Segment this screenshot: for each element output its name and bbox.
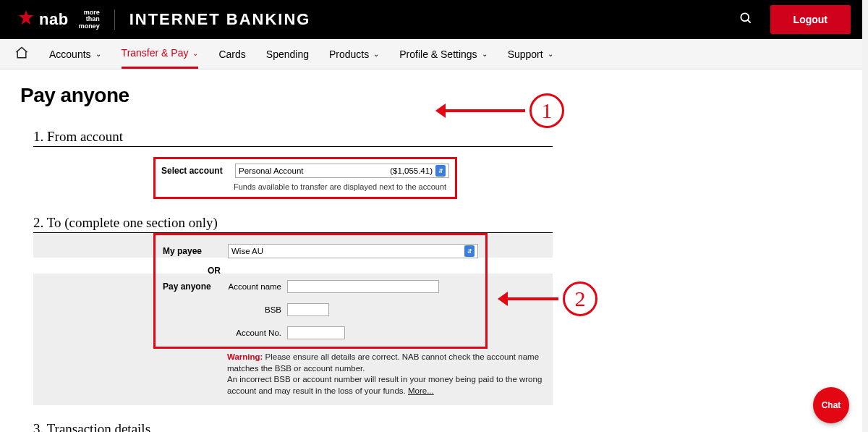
step-1-heading: 1. From account [33,129,553,147]
warning-label: Warning: [227,352,263,361]
my-payee-label: My payee [163,246,228,256]
nav-spending[interactable]: Spending [266,39,309,69]
nav-transfer-pay[interactable]: Transfer & Pay⌄ [122,39,199,69]
annotation-number-2: 2 [563,281,597,316]
svg-marker-0 [19,10,33,25]
my-payee-value: Wise AU [231,247,263,255]
step-1: 1. From account Select account Personal … [33,129,684,199]
step-3-heading: 3. Transaction details [33,421,553,432]
chevron-down-icon: ⌄ [373,50,379,58]
select-account-label: Select account [161,166,228,176]
from-account-select[interactable]: Personal Account ($1,055.41) ⇵ [235,164,449,178]
arrow-icon [501,297,558,300]
chat-button[interactable]: Chat [813,387,849,423]
step-2: 2. To (complete one section only) My pay… [33,215,684,405]
topbar-right: Logout [739,5,851,34]
from-account-hint: Funds available to transfer are displaye… [234,182,449,191]
account-no-input[interactable] [287,326,345,339]
step-2-heading: 2. To (complete one section only) [33,215,553,233]
nab-logo[interactable]: nab [17,9,69,30]
dropdown-toggle-icon: ⇵ [464,245,475,257]
bsb-input[interactable] [287,303,329,316]
nab-brand-text: nab [39,10,69,29]
home-icon[interactable] [14,46,29,62]
annotation-2: 2 [501,281,597,316]
nav-cards[interactable]: Cards [218,39,245,69]
nab-star-icon [17,9,35,30]
chat-label: Chat [822,400,841,410]
chevron-down-icon: ⌄ [192,49,198,57]
my-payee-select[interactable]: Wise AU ⇵ [228,244,478,258]
account-name-input[interactable] [287,280,439,293]
nav-products[interactable]: Products⌄ [329,39,379,69]
chevron-down-icon: ⌄ [548,50,553,58]
dropdown-toggle-icon: ⇵ [435,165,446,177]
nav-accounts[interactable]: Accounts⌄ [49,39,101,69]
page-content: Pay anyone 1. From account Select accoun… [0,69,868,432]
page-title: Pay anyone [20,84,848,107]
bsb-label: BSB [228,305,287,314]
chevron-down-icon: ⌄ [482,50,488,58]
from-account-balance: ($1,055.41) [390,166,433,175]
nav-profile-settings[interactable]: Profile & Settings⌄ [399,39,487,69]
more-link[interactable]: More... [408,386,434,395]
main-nav: Accounts⌄ Transfer & Pay⌄ Cards Spending… [0,39,868,69]
nab-tagline: more than money [79,9,100,30]
scrollbar[interactable] [862,0,868,432]
internet-banking-title: INTERNET BANKING [129,10,311,29]
svg-point-1 [741,13,749,21]
from-account-name: Personal Account [239,166,304,175]
topbar-left: nab more than money INTERNET BANKING [17,9,310,30]
topbar-divider [114,9,115,30]
svg-line-2 [747,20,750,23]
arrow-icon [438,109,525,112]
topbar: nab more than money INTERNET BANKING Log… [0,0,868,39]
pay-anyone-label: Pay anyone [163,281,228,292]
step-3: 3. Transaction details [33,421,684,432]
account-no-label: Account No. [228,329,287,337]
or-label: OR [208,266,478,276]
account-name-label: Account name [228,282,287,291]
search-icon[interactable] [739,11,753,28]
from-account-box: Select account Personal Account ($1,055.… [153,157,457,199]
to-payee-box: My payee Wise AU ⇵ OR Pay anyone Account… [153,233,488,349]
logout-button[interactable]: Logout [770,5,851,34]
warning-text: Warning: Please ensure all details are c… [227,352,544,397]
nav-support[interactable]: Support⌄ [508,39,553,69]
chevron-down-icon: ⌄ [95,50,101,58]
